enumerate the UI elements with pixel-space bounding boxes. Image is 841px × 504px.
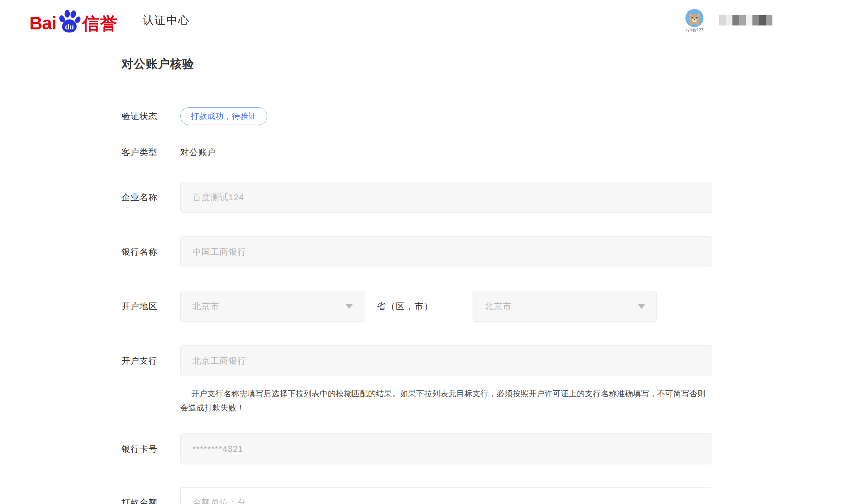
status-badge: 打款成功，待验证 [180, 107, 267, 125]
row-bank-name: 银行名称 [121, 236, 712, 267]
main-content: 对公账户核验 验证状态 打款成功，待验证 客户类型 对公账户 企业名称 银行名称… [0, 56, 841, 504]
page-title: 对公账户核验 [121, 56, 782, 72]
branch-input[interactable] [180, 345, 712, 376]
amount-label: 打款金额 [121, 497, 180, 504]
avatar[interactable] [685, 9, 703, 27]
header: Bai du 信誉 认证中心 [0, 0, 841, 41]
bank-name-input[interactable] [180, 236, 712, 267]
logo-bai-text: Bai [29, 14, 56, 32]
card-number-label: 银行卡号 [121, 443, 180, 455]
region-separator-label: 省（区，市） [377, 301, 433, 312]
header-title: 认证中心 [143, 13, 190, 28]
amount-input[interactable] [180, 487, 712, 504]
verification-form: 验证状态 打款成功，待验证 客户类型 对公账户 企业名称 银行名称 开户地区 北… [121, 107, 712, 504]
city-select-value: 北京市 [485, 301, 512, 312]
logo-du-text: du [65, 23, 74, 31]
row-bank-region: 开户地区 北京市 省（区，市） 北京市 [121, 291, 712, 322]
row-customer-type: 客户类型 对公账户 [121, 147, 712, 158]
company-name-label: 企业名称 [121, 192, 180, 203]
branch-hint-text: 开户支行名称需填写后选择下拉列表中的模糊匹配的结果。如果下拉列表无目标支行，必须… [180, 386, 712, 415]
logo-xinyu-text: 信誉 [82, 15, 118, 32]
province-select[interactable]: 北京市 [180, 291, 364, 322]
row-verify-status: 验证状态 打款成功，待验证 [121, 107, 712, 125]
bank-name-label: 银行名称 [121, 246, 180, 258]
row-card-number: 银行卡号 [121, 433, 712, 464]
customer-type-value: 对公账户 [180, 147, 216, 158]
brand: Bai du 信誉 认证中心 [29, 9, 190, 32]
row-amount: 打款金额 [121, 487, 712, 504]
city-select[interactable]: 北京市 [473, 291, 657, 322]
verify-status-label: 验证状态 [121, 111, 180, 122]
chevron-down-icon [345, 304, 353, 309]
user-area: zybqjy123 [685, 9, 772, 32]
redacted-account-name [719, 15, 772, 25]
baidu-paw-icon: du [57, 9, 82, 33]
chevron-down-icon [638, 304, 645, 309]
card-number-input[interactable] [180, 433, 712, 464]
baidu-xinyu-logo[interactable]: Bai du 信誉 [29, 9, 118, 32]
user-avatar-block[interactable]: zybqjy123 [685, 9, 703, 32]
branch-label: 开户支行 [121, 355, 180, 367]
customer-type-label: 客户类型 [121, 147, 180, 158]
username: zybqjy123 [685, 28, 703, 32]
bank-region-label: 开户地区 [121, 301, 180, 312]
company-name-input[interactable] [180, 182, 712, 213]
bear-avatar-icon [687, 10, 702, 26]
province-select-value: 北京市 [192, 301, 219, 312]
row-company-name: 企业名称 [121, 182, 712, 213]
brand-divider [132, 13, 132, 28]
row-branch: 开户支行 [121, 345, 712, 376]
